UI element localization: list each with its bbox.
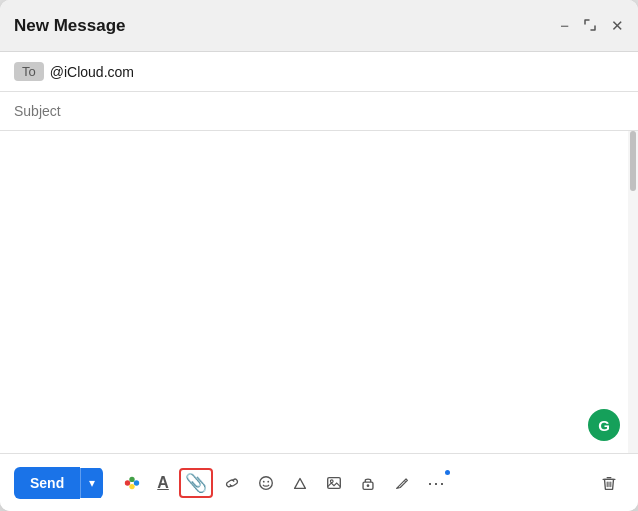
window-controls: − ✕ (560, 18, 624, 34)
svg-point-6 (267, 480, 269, 482)
scrollbar[interactable] (628, 131, 638, 453)
emoji-icon (257, 474, 275, 492)
subject-field-row (0, 92, 638, 131)
send-dropdown-button[interactable]: ▾ (80, 468, 103, 498)
svg-point-10 (366, 484, 369, 487)
svg-point-0 (125, 480, 130, 485)
confidential-button[interactable] (353, 470, 383, 496)
svg-point-4 (259, 476, 272, 489)
scrollbar-thumb (630, 131, 636, 191)
lock-icon (359, 474, 377, 492)
format-text-button[interactable]: A (151, 470, 175, 496)
drive-button[interactable] (285, 470, 315, 496)
emoji-button[interactable] (251, 470, 281, 496)
svg-point-8 (330, 479, 333, 482)
expand-button[interactable] (583, 18, 597, 34)
svg-point-3 (130, 483, 135, 488)
body-area: G (0, 131, 638, 453)
svg-point-5 (263, 480, 265, 482)
to-badge: To (14, 62, 44, 81)
format-text-icon: A (157, 474, 169, 492)
more-button[interactable]: ⋯ (421, 468, 452, 498)
body-input[interactable] (0, 131, 638, 453)
to-field-row: To @iCloud.com (0, 52, 638, 92)
svg-point-1 (130, 476, 135, 481)
notification-dot (445, 470, 450, 475)
trash-icon (600, 474, 618, 492)
photo-icon (325, 474, 343, 492)
to-email: @iCloud.com (50, 64, 134, 80)
link-button[interactable] (217, 470, 247, 496)
more-icon: ⋯ (427, 472, 446, 494)
attach-icon: 📎 (185, 472, 207, 494)
pencil-icon (393, 474, 411, 492)
svg-point-2 (134, 480, 139, 485)
color-icon (123, 474, 141, 492)
color-icon-button[interactable] (117, 470, 147, 496)
subject-input[interactable] (14, 103, 624, 119)
minimize-button[interactable]: − (560, 18, 569, 33)
close-button[interactable]: ✕ (611, 18, 624, 33)
attach-button[interactable]: 📎 (179, 468, 213, 498)
compose-window: New Message − ✕ To @iCloud.com G Send ▾ (0, 0, 638, 511)
title-bar: New Message − ✕ (0, 0, 638, 52)
delete-button[interactable] (594, 470, 624, 496)
toolbar: Send ▾ A 📎 (0, 453, 638, 511)
signature-button[interactable] (387, 470, 417, 496)
send-button-group: Send ▾ (14, 467, 103, 499)
grammarly-button[interactable]: G (588, 409, 620, 441)
svg-rect-7 (327, 477, 340, 488)
link-icon (223, 474, 241, 492)
drive-icon (291, 474, 309, 492)
photo-button[interactable] (319, 470, 349, 496)
window-title: New Message (14, 16, 126, 36)
send-button[interactable]: Send (14, 467, 80, 499)
